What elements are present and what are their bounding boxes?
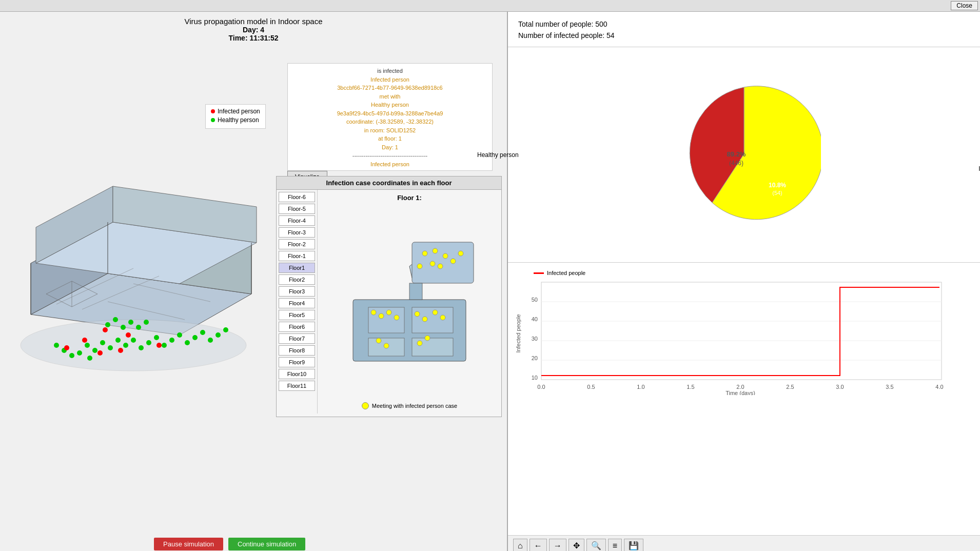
svg-point-52 <box>118 348 123 353</box>
save-tool-button[interactable]: 💾 <box>624 539 643 551</box>
floor-content: Floor 1: <box>318 190 501 414</box>
svg-point-44 <box>113 317 118 322</box>
healthy-pct-text: 89.2% <box>727 150 746 158</box>
svg-point-71 <box>379 313 384 319</box>
total-people-stat: Total number of people: 500 <box>518 20 970 28</box>
floor-btn-floor10[interactable]: Floor10 <box>279 369 315 379</box>
svg-point-69 <box>417 264 422 269</box>
pie-chart-area: Healthy person 89.2% (446) 10.8% (54) In… <box>508 47 980 263</box>
svg-point-28 <box>131 338 136 343</box>
back-tool-button[interactable]: ← <box>530 539 547 551</box>
svg-text:Infected people: Infected people <box>515 314 521 352</box>
svg-text:Time (days): Time (days) <box>726 390 755 395</box>
svg-point-33 <box>162 343 167 348</box>
svg-point-39 <box>208 338 213 343</box>
continue-simulation-button[interactable]: Continue simulation <box>228 538 305 550</box>
floor-btn-floor5[interactable]: Floor5 <box>279 310 315 320</box>
floor-btn-floor-1-neg[interactable]: Floor-1 <box>279 251 315 261</box>
floor-btn-floor8[interactable]: Floor8 <box>279 345 315 356</box>
floor-panel: Infection case coordinates in each floor… <box>276 176 502 417</box>
line-chart-svg: 10 20 30 40 50 0.0 0.5 1.0 1.5 2.0 2.5 3… <box>513 277 954 395</box>
floor-btn-floor7[interactable]: Floor7 <box>279 333 315 344</box>
zoom-tool-button[interactable]: 🔍 <box>586 539 606 551</box>
svg-point-81 <box>425 336 430 341</box>
floor-btn-floor-3[interactable]: Floor-3 <box>279 227 315 238</box>
svg-text:1.0: 1.0 <box>637 384 644 390</box>
svg-point-80 <box>417 341 422 346</box>
svg-text:3.0: 3.0 <box>836 384 844 390</box>
infected-count-text: (54) <box>772 190 782 196</box>
svg-text:20: 20 <box>532 355 538 361</box>
svg-text:40: 40 <box>532 316 538 322</box>
svg-rect-82 <box>409 283 422 300</box>
svg-point-77 <box>440 315 445 320</box>
floor-btn-floor-2[interactable]: Floor-2 <box>279 239 315 249</box>
forward-tool-button[interactable]: → <box>549 539 566 551</box>
floor-btn-floor-6[interactable]: Floor-6 <box>279 192 315 202</box>
svg-point-55 <box>103 327 108 332</box>
line-chart-area: Infected people 10 20 30 40 50 <box>508 263 980 535</box>
left-header: Virus propagation model in Indoor space … <box>0 12 507 45</box>
svg-point-68 <box>438 264 443 269</box>
pie-chart-svg: 89.2% (446) 10.8% (54) <box>667 77 821 231</box>
svg-point-25 <box>87 356 92 361</box>
svg-point-46 <box>128 320 133 325</box>
svg-point-47 <box>136 325 141 330</box>
pan-tool-button[interactable]: ✥ <box>569 539 584 551</box>
svg-point-75 <box>422 317 427 322</box>
time-display: Time: 11:31:52 <box>0 34 507 42</box>
meeting-dot-icon <box>362 402 369 409</box>
svg-point-19 <box>85 343 90 348</box>
floor-btn-floor-5[interactable]: Floor-5 <box>279 204 315 214</box>
floor-btn-floor11[interactable]: Floor11 <box>279 381 315 391</box>
stats-header: Total number of people: 500 Number of in… <box>508 12 980 47</box>
page-title: Virus propagation model in Indoor space <box>0 17 507 26</box>
svg-point-36 <box>185 340 190 345</box>
svg-text:3.5: 3.5 <box>886 384 893 390</box>
floor-panel-title: Infection case coordinates in each floor <box>277 176 501 190</box>
svg-point-40 <box>54 343 59 348</box>
svg-point-72 <box>386 310 391 315</box>
home-tool-button[interactable]: ⌂ <box>513 539 527 551</box>
svg-point-31 <box>146 340 151 345</box>
meeting-legend: Meeting with infected person case <box>362 402 457 409</box>
healthy-count-text: (446) <box>729 160 743 167</box>
svg-point-50 <box>97 350 103 356</box>
svg-point-41 <box>215 332 221 338</box>
floor-btn-floor3[interactable]: Floor3 <box>279 286 315 297</box>
svg-point-29 <box>139 345 144 350</box>
floor-btn-floor9[interactable]: Floor9 <box>279 357 315 367</box>
day-display: Day: 4 <box>0 26 507 34</box>
floor-list[interactable]: Floor-6 Floor-5 Floor-4 Floor-3 Floor-2 … <box>277 190 318 414</box>
infected-people-stat: Number of infected people: 54 <box>518 31 970 40</box>
svg-rect-61 <box>412 338 453 356</box>
meeting-legend-label: Meeting with infected person case <box>372 403 457 409</box>
svg-point-53 <box>156 343 162 348</box>
floor-btn-floor-4[interactable]: Floor-4 <box>279 215 315 226</box>
svg-point-24 <box>115 338 121 343</box>
svg-point-45 <box>121 325 126 330</box>
svg-point-42 <box>223 327 228 332</box>
settings-tool-button[interactable]: ≡ <box>608 539 622 551</box>
svg-point-49 <box>82 338 87 343</box>
svg-point-32 <box>154 335 159 340</box>
svg-text:2.0: 2.0 <box>736 384 744 390</box>
svg-point-20 <box>92 348 97 353</box>
svg-text:10: 10 <box>532 375 538 381</box>
svg-point-34 <box>169 338 174 343</box>
svg-point-48 <box>144 320 149 325</box>
floor-map <box>322 206 497 398</box>
svg-rect-59 <box>412 307 453 333</box>
svg-point-23 <box>77 350 82 356</box>
close-button[interactable]: Close <box>951 1 978 10</box>
floor-btn-floor1[interactable]: Floor1 <box>279 263 315 273</box>
info-log-panel[interactable]: is infected Infected person 3bccbf66-727… <box>287 63 493 171</box>
pause-simulation-button[interactable]: Pause simulation <box>154 538 223 550</box>
active-floor-label: Floor 1: <box>397 194 422 202</box>
floor-btn-floor2[interactable]: Floor2 <box>279 274 315 285</box>
svg-text:50: 50 <box>532 297 538 303</box>
floor-btn-floor6[interactable]: Floor6 <box>279 322 315 332</box>
svg-text:1.5: 1.5 <box>687 384 694 390</box>
svg-point-26 <box>69 353 74 358</box>
floor-btn-floor4[interactable]: Floor4 <box>279 298 315 308</box>
